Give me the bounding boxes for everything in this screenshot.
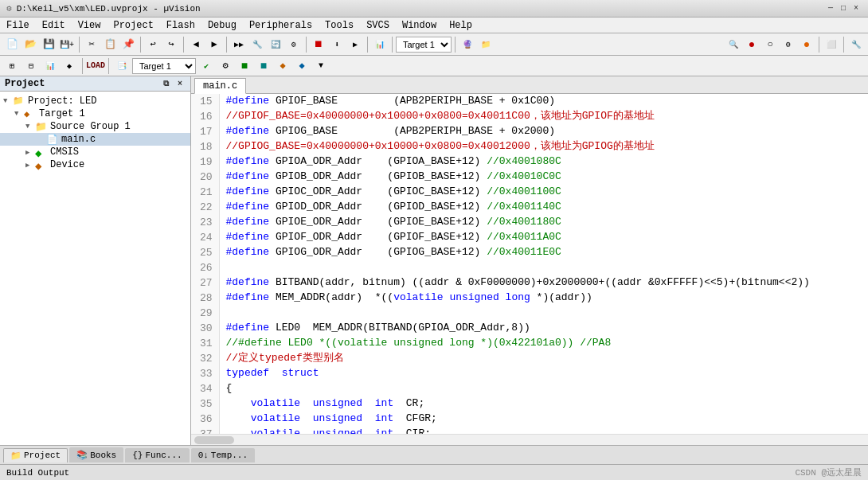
hscroll-thumb[interactable] [194,436,234,444]
tb2-target-select[interactable]: Target 1 [132,58,196,74]
close-window-button[interactable]: × [850,3,862,14]
maximize-button[interactable]: □ [838,3,849,14]
horizontal-scrollbar[interactable] [191,434,868,445]
menu-file[interactable]: File [0,19,36,31]
bottom-tab-project[interactable]: 📁 Project [3,448,68,462]
project-tree: ▼ 📁 Project: LED ▼ ◆ Target 1 ▼ 📁 Source [0,92,190,445]
bottom-tab-func[interactable]: {} Func... [125,448,189,462]
tb2-teal-btn[interactable]: ■ [255,57,272,75]
tb2-extra-btn[interactable]: ▼ [312,57,330,75]
tb2-diamond2-btn[interactable]: ◆ [293,57,311,75]
line-code[interactable] [219,260,868,275]
target-selector[interactable]: Target 1 [396,37,452,53]
line-code[interactable]: #define GPIOD_ODR_Addr (GPIOD_BASE+12) /… [219,200,868,215]
rebuild-button[interactable]: 🔄 [267,36,284,53]
minimize-button[interactable]: ─ [825,3,836,14]
batch-build-button[interactable]: ⚙ [285,36,303,53]
tb2-check-btn[interactable]: ✔ [197,57,215,75]
tb2-load-btn[interactable]: LOAD [87,57,104,75]
line-code[interactable]: { [219,381,868,396]
menu-svcs[interactable]: SVCS [360,19,396,31]
new-file-button[interactable]: 📄 [3,36,21,53]
panel-close-button[interactable]: × [174,78,186,89]
manage-button[interactable]: 📁 [477,36,495,53]
line-code[interactable]: #define GPIOG_BASE (APB2PERIPH_BASE + 0x… [219,124,868,139]
paste-button[interactable]: 📌 [119,36,137,53]
back-button[interactable]: ◀ [187,36,205,53]
tb2-btn1[interactable]: ⊞ [3,57,21,75]
tools-extra-button[interactable]: 🔧 [847,36,865,53]
code-content[interactable]: 15 #define GPIOF_BASE (APB2PERIPH_BASE +… [191,94,868,434]
menu-tools[interactable]: Tools [319,19,360,31]
tab-main-c[interactable]: main.c [194,78,246,94]
line-code[interactable]: #define GPIOA_ODR_Addr (GPIOA_BASE+12) /… [219,154,868,170]
menu-view[interactable]: View [72,19,108,31]
line-code[interactable]: #define GPIOG_ODR_Addr (GPIOG_BASE+12) /… [219,245,868,260]
line-code[interactable]: volatile unsigned int CFGR; [219,412,868,427]
line-code[interactable]: #define GPIOF_BASE (APB2PERIPH_BASE + 0x… [219,94,868,109]
build-button[interactable]: 🔧 [248,36,266,53]
tree-target1[interactable]: ▼ ◆ Target 1 [0,107,190,120]
save-all-button[interactable]: 💾+ [58,36,76,53]
line-code[interactable]: //定义typedef类型别名 [219,351,868,366]
app-icon: ⚙ [6,3,12,14]
wizard-button[interactable]: 🔮 [459,36,476,53]
debug-start-button[interactable]: ▶ [346,36,364,53]
menu-debug[interactable]: Debug [201,19,243,31]
line-code[interactable]: volatile unsigned int CR; [219,396,868,412]
bottom-tab-temp[interactable]: 0↓ Temp... [191,448,255,462]
line-code[interactable]: #define GPIOC_ODR_Addr (GPIOC_BASE+12) /… [219,185,868,200]
circle-button[interactable]: ○ [761,36,779,53]
line-code[interactable]: volatile unsigned int CIR; [219,427,868,434]
menu-window[interactable]: Window [396,19,443,31]
open-file-button[interactable]: 📂 [22,36,39,53]
menu-peripherals[interactable]: Peripherals [243,19,319,31]
line-code[interactable]: //#define LED0 *((volatile unsigned long… [219,336,868,351]
line-code[interactable]: //GPIOG_BASE=0x40000000+0x10000+0x0800=0… [219,139,868,154]
tb2-settings-btn[interactable]: ⚙ [217,57,234,75]
tb2-greenbox-btn[interactable]: ■ [236,57,253,75]
save-button[interactable]: 💾 [40,36,57,53]
download-button[interactable]: ⬇ [328,36,346,53]
menu-edit[interactable]: Edit [36,19,72,31]
tree-source-group[interactable]: ▼ 📁 Source Group 1 [0,120,190,133]
line-code[interactable]: #define GPIOE_ODR_Addr (GPIOE_BASE+12) /… [219,215,868,230]
line-code[interactable]: #define MEM_ADDR(addr) *((volatile unsig… [219,291,868,306]
forward-button[interactable]: ▶ [205,36,223,53]
build-target-button[interactable]: ▶▶ [230,36,248,53]
line-code[interactable]: #define LED0 MEM_ADDR(BITBAND(GPIOA_ODR_… [219,321,868,336]
menu-flash[interactable]: Flash [160,19,201,31]
undo-button[interactable]: ↩ [144,36,162,53]
table-row: 32 //定义typedef类型别名 [191,351,868,366]
config-button[interactable]: ● [743,36,760,53]
bottom-tab-books[interactable]: 📚 Books [69,447,123,462]
settings2-button[interactable]: ⚙ [780,36,797,53]
tb2-diamond-btn[interactable]: ◆ [274,57,291,75]
stop-button[interactable]: ⏹ [310,36,327,53]
tb2-btn3[interactable]: 📊 [41,57,59,75]
tree-device[interactable]: ▶ ◆ Device [0,158,190,171]
title-text: D:\Keil_v5\xm\LED.uvprojx - µVision [17,4,201,14]
line-code[interactable] [219,306,868,321]
tree-project[interactable]: ▼ 📁 Project: LED [0,95,190,107]
menu-project[interactable]: Project [107,19,159,31]
copy-button[interactable]: 📋 [101,36,119,53]
search-button[interactable]: 🔍 [725,36,742,53]
tb2-btn2[interactable]: ⊟ [22,57,40,75]
tree-cmsis[interactable]: ▶ ◆ CMSIS [0,146,190,158]
line-code[interactable]: //GPIOF_BASE=0x40000000+0x10000+0x0800=0… [219,109,868,124]
window-btn1[interactable]: ⬜ [823,36,840,53]
tree-main-c[interactable]: 📄 main.c [0,133,190,146]
periph-button[interactable]: 📊 [371,36,389,53]
logo-button[interactable]: ● [798,36,815,53]
panel-float-button[interactable]: ⧉ [160,78,171,89]
cut-button[interactable]: ✂ [83,36,100,53]
redo-button[interactable]: ↪ [162,36,180,53]
line-code[interactable]: #define GPIOF_ODR_Addr (GPIOF_BASE+12) /… [219,230,868,245]
line-code[interactable]: #define BITBAND(addr, bitnum) ((addr & 0… [219,275,868,291]
line-code[interactable]: typedef struct [219,366,868,381]
menu-help[interactable]: Help [443,19,479,31]
tb2-btn4[interactable]: ◆ [61,57,78,75]
line-code[interactable]: #define GPIOB_ODR_Addr (GPIOB_BASE+12) /… [219,170,868,185]
tb2-btn5[interactable]: 📑 [113,57,131,75]
